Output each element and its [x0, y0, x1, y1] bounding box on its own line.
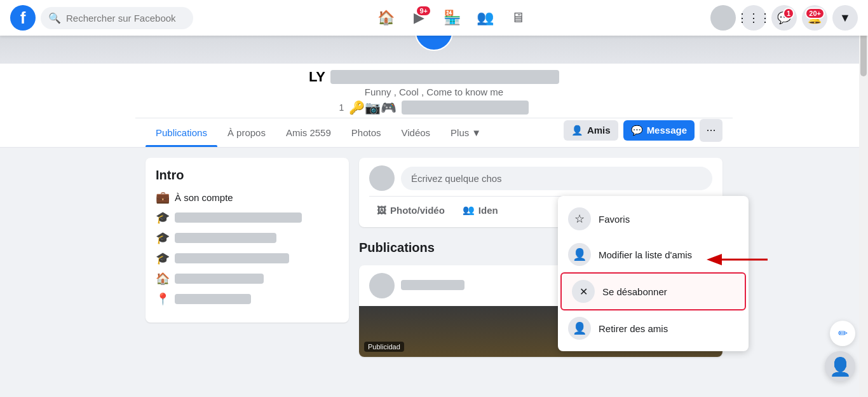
notifications-badge: 20+	[805, 8, 825, 19]
left-column: Intro 💼 À son compte 🎓 🎓 🎓 🏠	[146, 158, 349, 357]
post-author-blurred	[401, 280, 465, 290]
grid-menu-button[interactable]: ⋮⋮⋮	[741, 5, 766, 31]
graduation-icon-3: 🎓	[156, 251, 170, 265]
intro-edu3: 🎓	[156, 251, 339, 265]
chevron-down-icon: ▼	[471, 127, 481, 138]
facebook-logo[interactable]: f	[10, 5, 36, 31]
identity-icon: 👥	[463, 204, 475, 216]
pencil-icon: ✏	[838, 326, 848, 340]
dropdown-desabonner[interactable]: ✕ Se désabonner	[560, 272, 746, 310]
remove-friend-icon: 👤	[568, 317, 591, 340]
star-icon: ☆	[568, 207, 591, 230]
groups-icon: 👥	[477, 10, 494, 26]
tab-videos[interactable]: Vidéos	[391, 118, 441, 147]
home-icon: 🏠	[156, 272, 170, 286]
intro-home: 🏠	[156, 272, 339, 286]
nav-right: ⋮⋮⋮ 💬 1 🔔 20+ ▼	[710, 5, 858, 31]
friends-count: 1	[339, 102, 344, 113]
home-icon: 🏠	[377, 10, 395, 26]
home-blurred	[175, 274, 264, 284]
intro-edu1: 🎓	[156, 211, 339, 225]
message-label: Message	[647, 125, 687, 136]
user-avatar[interactable]	[710, 5, 736, 31]
unsubscribe-icon: ✕	[572, 280, 595, 303]
scrollbar[interactable]	[859, 0, 868, 397]
tab-apropos[interactable]: À propos	[217, 118, 276, 147]
marketplace-icon: 🏪	[444, 10, 461, 26]
edu2-blurred	[175, 233, 276, 243]
graduation-icon-2: 🎓	[156, 231, 170, 245]
profile-name-prefix: LY	[309, 69, 325, 85]
profile-social-row: 1 🔑📷🎮	[339, 100, 529, 115]
publications-title: Publications	[359, 240, 435, 255]
dropdown-menu: ☆ Favoris 👤 Modifier la liste d'amis ✕ S…	[558, 196, 749, 351]
edit-friends-icon: 👤	[568, 243, 591, 266]
intro-edu2: 🎓	[156, 231, 339, 245]
tab-amis[interactable]: Amis 2559	[276, 118, 341, 147]
edu1-blurred	[175, 212, 302, 223]
profile-name-blurred	[330, 70, 559, 84]
video-badge: 9+	[416, 5, 431, 17]
photo-video-label: Photo/vidéo	[390, 205, 445, 216]
video-nav-button[interactable]: ▶ 9+	[403, 3, 434, 33]
post-input[interactable]: Écrivez quelque chos	[401, 167, 712, 190]
tab-plus-label: Plus	[451, 127, 469, 138]
notifications-button[interactable]: 🔔 20+	[802, 5, 827, 31]
identity-button[interactable]: 👥 Iden	[455, 200, 506, 219]
chevron-down-icon: ▼	[839, 11, 851, 25]
desabonner-label: Se désabonner	[602, 286, 667, 297]
publicidad-badge: Publicidad	[364, 342, 404, 352]
identity-label: Iden	[478, 205, 498, 216]
photo-icon: 🖼	[377, 205, 386, 216]
person-icon: 👤	[571, 125, 583, 136]
profile-tabs-row: Publications À propos Amis 2559 Photos V…	[135, 118, 733, 147]
account-label: À son compte	[175, 192, 233, 203]
profile-bio: Funny , Cool , Come to know me	[365, 87, 503, 97]
navbar: f 🔍 🏠 ▶ 9+ 🏪 👥 🖥 ⋮⋮⋮ 💬 1 🔔 20+	[0, 0, 868, 36]
mutual-friends-blurred	[402, 101, 529, 115]
search-icon: 🔍	[48, 12, 61, 24]
intro-account: 💼 À son compte	[156, 190, 339, 204]
nav-center: 🏠 ▶ 9+ 🏪 👥 🖥	[198, 3, 705, 33]
dropdown-favoris[interactable]: ☆ Favoris	[558, 201, 749, 237]
emoji-icons: 🔑📷🎮	[349, 100, 397, 115]
messenger-button[interactable]: 💬 1	[771, 5, 797, 31]
gaming-nav-button[interactable]: 🖥	[503, 3, 533, 33]
modifier-liste-label: Modifier la liste d'amis	[599, 249, 692, 260]
search-input[interactable]	[66, 13, 186, 24]
location-icon: 📍	[156, 292, 170, 306]
location-blurred	[175, 294, 251, 304]
groups-nav-button[interactable]: 👥	[470, 3, 500, 33]
graduation-icon-1: 🎓	[156, 211, 170, 225]
dropdown-modifier-liste[interactable]: 👤 Modifier la liste d'amis	[558, 237, 749, 272]
post-box-row: Écrivez quelque chos	[369, 165, 712, 191]
user-profile-icon[interactable]: 👤	[825, 351, 855, 382]
retirer-amis-label: Retirer des amis	[599, 323, 668, 334]
photo-video-button[interactable]: 🖼 Photo/vidéo	[369, 200, 452, 219]
amis-label: Amis	[587, 125, 611, 136]
briefcase-icon: 💼	[156, 190, 170, 204]
person-silhouette-icon: 👤	[829, 356, 851, 377]
marketplace-nav-button[interactable]: 🏪	[437, 3, 467, 33]
intro-location: 📍	[156, 292, 339, 306]
post-card-avatar	[369, 273, 395, 298]
message-button[interactable]: 💬 Message	[623, 120, 695, 141]
profile-action-buttons: 👤 Amis 💬 Message ···	[564, 119, 722, 147]
dropdown-retirer-amis[interactable]: 👤 Retirer des amis	[558, 310, 749, 346]
edit-button[interactable]: ✏	[830, 321, 855, 346]
tab-photos[interactable]: Photos	[341, 118, 391, 147]
search-bar[interactable]: 🔍	[41, 7, 193, 29]
account-menu-button[interactable]: ▼	[832, 5, 858, 31]
amis-button[interactable]: 👤 Amis	[564, 120, 618, 141]
post-avatar	[369, 165, 395, 191]
messenger-badge: 1	[783, 8, 794, 19]
intro-card: Intro 💼 À son compte 🎓 🎓 🎓 🏠	[146, 158, 349, 323]
more-button[interactable]: ···	[700, 119, 722, 142]
tab-publications[interactable]: Publications	[146, 118, 217, 147]
gaming-icon: 🖥	[511, 10, 525, 26]
messenger-icon: 💬	[631, 125, 643, 136]
home-nav-button[interactable]: 🏠	[370, 3, 401, 33]
favoris-label: Favoris	[599, 214, 630, 225]
intro-title: Intro	[156, 168, 339, 183]
tab-plus[interactable]: Plus ▼	[440, 118, 491, 147]
